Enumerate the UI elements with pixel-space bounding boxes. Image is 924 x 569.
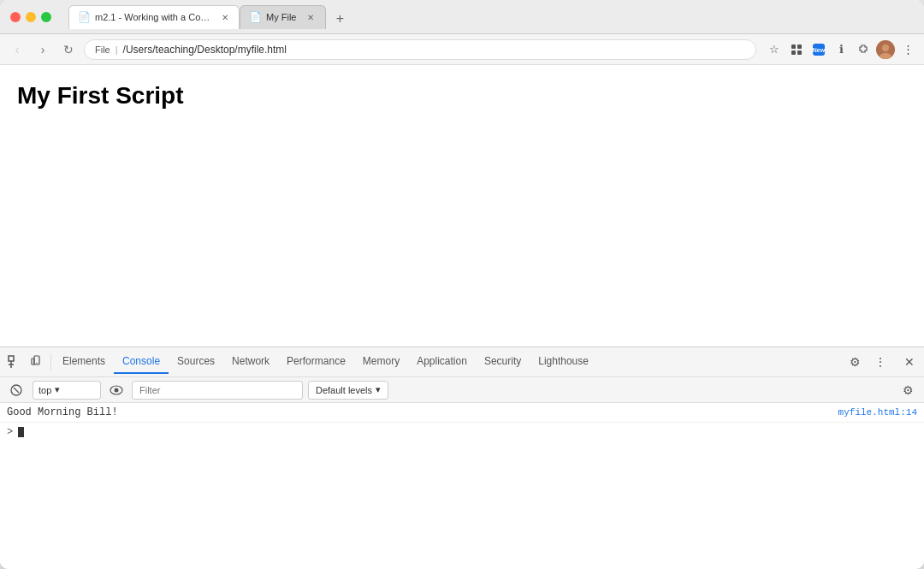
address-bar: ‹ › ↻ File | /Users/teaching/Desktop/myf… <box>0 34 924 65</box>
svg-rect-2 <box>791 50 796 55</box>
svg-rect-3 <box>797 50 802 55</box>
svg-rect-1 <box>797 44 802 49</box>
address-separator: | <box>116 44 118 55</box>
default-levels-dropdown[interactable]: Default levels ▾ <box>308 381 388 400</box>
tab-console[interactable]: Console <box>114 350 169 374</box>
console-settings-icon[interactable]: ⚙ <box>897 379 919 401</box>
tab-inactive[interactable]: 📄 My File ✕ <box>240 5 326 29</box>
prompt-arrow-icon: > <box>7 426 13 438</box>
svg-point-14 <box>36 363 37 364</box>
tab-favicon: 📄 <box>78 11 90 23</box>
tab-application[interactable]: Application <box>408 350 476 374</box>
page-content: My First Script <box>0 65 924 347</box>
tab-active[interactable]: 📄 m2.1 - Working with a Code E… ✕ <box>68 5 240 29</box>
tab-sources[interactable]: Sources <box>169 350 223 374</box>
svg-point-18 <box>115 388 119 392</box>
tab-title-active: m2.1 - Working with a Code E… <box>95 12 211 22</box>
devtools-close-icon[interactable]: ✕ <box>898 351 921 373</box>
element-picker-icon[interactable] <box>3 351 26 373</box>
svg-point-7 <box>882 44 889 51</box>
default-levels-label: Default levels <box>316 385 372 395</box>
svg-rect-0 <box>791 44 796 49</box>
devtools-tab-right: ⚙ ⋮ ✕ <box>844 351 921 373</box>
devtools-tabs: Elements Console Sources Network Perform… <box>54 350 844 374</box>
new-badge-icon[interactable]: New <box>809 40 828 59</box>
console-source[interactable]: myfile.html:14 <box>838 407 917 418</box>
back-button[interactable]: ‹ <box>7 39 27 60</box>
new-tab-button[interactable]: + <box>329 9 350 29</box>
tab-bar: 📄 m2.1 - Working with a Code E… ✕ 📄 My F… <box>68 5 914 29</box>
more-menu-icon[interactable]: ⋮ <box>898 40 917 59</box>
traffic-lights <box>10 12 51 22</box>
extensions-icon[interactable] <box>787 40 806 59</box>
tab-title-inactive: My File <box>266 12 296 22</box>
tab-memory[interactable]: Memory <box>354 350 408 374</box>
filter-input[interactable] <box>132 381 303 400</box>
tab-lighthouse[interactable]: Lighthouse <box>530 350 597 374</box>
eye-icon[interactable] <box>106 380 127 400</box>
page-title: My First Script <box>17 82 907 110</box>
svg-text:New: New <box>813 47 826 53</box>
info-icon[interactable]: ℹ <box>832 40 850 59</box>
user-avatar[interactable] <box>876 40 895 59</box>
extensions-puzzle-icon[interactable] <box>854 40 873 59</box>
tab-close-inactive[interactable]: ✕ <box>305 11 317 23</box>
console-message: Good Morning Bill! <box>7 406 118 418</box>
tab-performance[interactable]: Performance <box>278 350 354 374</box>
devtools-panel: Elements Console Sources Network Perform… <box>0 347 924 569</box>
address-input[interactable]: File | /Users/teaching/Desktop/myfile.ht… <box>84 39 756 60</box>
tab-favicon-2: 📄 <box>249 11 261 23</box>
default-levels-arrow: ▾ <box>376 384 381 395</box>
console-log-line: Good Morning Bill! myfile.html:14 <box>0 403 924 423</box>
devtools-settings-icon[interactable]: ⚙ <box>844 351 866 373</box>
svg-rect-9 <box>9 356 14 361</box>
tab-close-active[interactable]: ✕ <box>220 11 230 23</box>
file-label: File <box>95 44 110 55</box>
toolbar-divider <box>50 353 51 370</box>
toolbar-icons: ☆ New ℹ <box>765 40 917 59</box>
tab-security[interactable]: Security <box>476 350 530 374</box>
devtools-more-icon[interactable]: ⋮ <box>869 351 891 373</box>
context-arrow: ▾ <box>55 384 60 395</box>
console-cursor <box>18 427 24 437</box>
svg-rect-13 <box>32 359 34 365</box>
browser-window: 📄 m2.1 - Working with a Code E… ✕ 📄 My F… <box>0 0 924 569</box>
context-selector[interactable]: top ▾ <box>33 381 101 400</box>
device-emulation-icon[interactable] <box>26 351 48 373</box>
title-bar: 📄 m2.1 - Working with a Code E… ✕ 📄 My F… <box>0 0 924 34</box>
reload-button[interactable]: ↻ <box>58 39 79 60</box>
address-url: /Users/teaching/Desktop/myfile.html <box>123 44 287 56</box>
minimize-traffic-light[interactable] <box>26 12 36 22</box>
maximize-traffic-light[interactable] <box>41 12 51 22</box>
svg-line-16 <box>14 388 19 393</box>
tab-elements[interactable]: Elements <box>54 350 114 374</box>
devtools-toolbar: Elements Console Sources Network Perform… <box>0 347 924 377</box>
devtools-secondary-toolbar: top ▾ Default levels ▾ ⚙ <box>0 377 924 403</box>
console-prompt[interactable]: > <box>0 423 924 442</box>
tab-network[interactable]: Network <box>223 350 278 374</box>
clear-console-icon[interactable] <box>5 379 27 401</box>
star-icon[interactable]: ☆ <box>765 40 784 59</box>
context-value: top <box>38 385 51 395</box>
forward-button[interactable]: › <box>33 39 53 60</box>
close-traffic-light[interactable] <box>10 12 21 22</box>
devtools-console: Good Morning Bill! myfile.html:14 > <box>0 403 924 569</box>
